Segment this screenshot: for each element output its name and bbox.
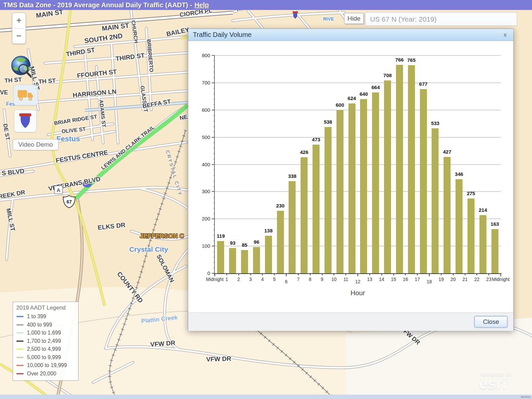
x-axis-title: Hour (215, 289, 501, 297)
bar-value-label: 640 (354, 91, 374, 97)
traffic-bar (372, 92, 379, 273)
dialog-title: Traffic Daily Volume (193, 31, 502, 39)
title-bar: TMS Data Zone - 2019 Average Annual Dail… (0, 0, 532, 10)
x-tick (250, 274, 251, 275)
traffic-bar (277, 211, 284, 273)
zoom-in-button[interactable]: + (12, 13, 26, 28)
legend-color-dash (16, 332, 24, 333)
maris-credit: MARIS (521, 395, 530, 399)
y-tick-label: 800 (191, 53, 210, 58)
legend-title: 2019 AADT Legend (16, 305, 75, 311)
gridline (215, 82, 501, 83)
aadt-legend: 2019 AADT Legend 1 to 399400 to 9991,000… (13, 302, 78, 381)
legend-color-dash (16, 365, 24, 366)
dialog-close-x[interactable]: x (502, 31, 509, 39)
bar-value-label: 533 (425, 120, 445, 126)
bar-value-label: 473 (306, 137, 326, 142)
traffic-bar (491, 229, 498, 273)
traffic-bar (313, 145, 320, 273)
x-tick (500, 274, 501, 276)
x-tick (476, 274, 477, 275)
x-tick (417, 274, 418, 275)
y-tick-label: 400 (191, 162, 210, 167)
y-axis (214, 56, 215, 275)
bar-value-label: 708 (378, 72, 398, 78)
legend-item-label: Over 20,000 (27, 371, 56, 377)
legend-color-dash (16, 373, 24, 374)
zoom-out-button[interactable]: − (12, 29, 26, 44)
x-tick (429, 274, 430, 276)
legend-item: 5,000 to 9,999 (16, 353, 75, 362)
x-tick (226, 274, 227, 275)
map-label: TH ST (4, 76, 22, 84)
y-tick-label: 700 (191, 80, 210, 85)
map-zoom-control: + − (12, 13, 26, 44)
x-tick-label: Midnight (486, 277, 513, 282)
legend-item: 400 to 999 (16, 321, 75, 329)
y-tick-label: 300 (191, 189, 210, 194)
legend-color-dash (16, 340, 24, 342)
x-tick (238, 274, 239, 275)
traffic-bar (420, 89, 427, 273)
y-tick-label: 200 (191, 216, 210, 221)
route-info-box: US 67 N (Year: 2019) (365, 12, 517, 26)
interstate-layer-button[interactable] (14, 110, 37, 132)
legend-item: 1,700 to 2,499 (16, 337, 75, 345)
x-tick (465, 274, 466, 275)
map-label: VE (0, 89, 8, 96)
bar-value-label: 338 (282, 173, 302, 179)
x-axis (214, 273, 501, 274)
legend-item-label: 2,500 to 4,999 (27, 346, 61, 352)
svg-text:67: 67 (66, 199, 72, 204)
bar-value-label: 163 (485, 221, 505, 227)
traffic-bar (408, 65, 415, 273)
help-link[interactable]: Help (195, 1, 209, 9)
bar-value-label: 138 (258, 228, 278, 233)
traffic-bar (348, 103, 355, 273)
truck-icon (17, 89, 34, 101)
traffic-bar (336, 110, 343, 273)
legend-item: 1,000 to 1,699 (16, 329, 75, 337)
legend-item-label: 10,000 to 19,999 (27, 362, 67, 368)
dialog-body: 0100200300400500600700800119938596138230… (188, 41, 513, 313)
gridline (215, 137, 501, 138)
bar-value-label: 600 (330, 102, 350, 108)
x-tick (488, 274, 489, 275)
bar-value-label: 275 (461, 191, 481, 196)
bar-value-label: 346 (449, 171, 469, 177)
bar-value-label: 426 (294, 149, 314, 155)
close-button[interactable]: Close (474, 316, 507, 328)
video-demo-button[interactable]: Video Demo (13, 139, 59, 150)
map-label: JEFFERSON C (140, 232, 184, 239)
x-tick (405, 274, 406, 275)
hide-button[interactable]: Hide (344, 13, 364, 24)
x-tick (381, 274, 382, 275)
legend-item-label: 1,000 to 1,699 (27, 330, 61, 336)
legend-color-dash (16, 324, 24, 326)
bar-value-label: 677 (413, 81, 433, 87)
traffic-bar-chart: 0100200300400500600700800119938596138230… (188, 41, 513, 313)
us67-shield: 67 (63, 194, 76, 209)
interstate-shield-icon (17, 112, 33, 130)
legend-color-dash (16, 357, 24, 358)
map-label: RIVE (323, 16, 334, 22)
dialog-header[interactable]: Traffic Daily Volume x (188, 29, 513, 41)
x-tick (286, 274, 287, 276)
traffic-bar (253, 247, 260, 273)
x-tick (310, 274, 311, 275)
y-tick-label: 500 (191, 134, 210, 140)
x-tick (298, 274, 299, 275)
legend-item-label: 1,700 to 2,499 (27, 338, 61, 344)
legend-item: 2,500 to 4,999 (16, 345, 75, 353)
map-label: Festus (57, 135, 80, 143)
gridline (215, 110, 501, 110)
x-tick (453, 274, 454, 275)
bar-value-label: 664 (366, 84, 386, 90)
map-label: VFW DR (206, 355, 231, 363)
bar-value-label: 765 (401, 57, 421, 63)
legend-color-dash (16, 348, 24, 350)
legend-item: 1 to 399 (16, 313, 75, 321)
bar-value-label: 230 (270, 203, 290, 208)
x-tick (441, 274, 442, 275)
truck-layer-button[interactable] (13, 85, 38, 105)
